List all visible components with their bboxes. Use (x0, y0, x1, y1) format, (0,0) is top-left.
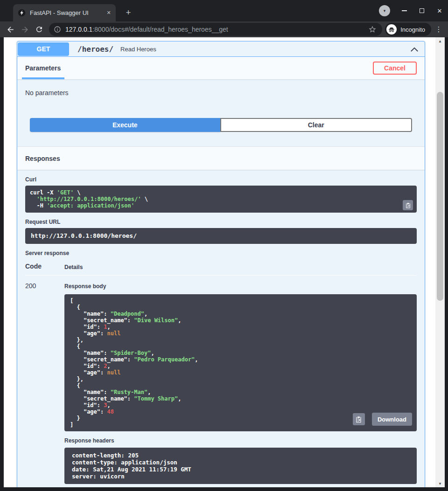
opblock-summary[interactable]: GET /heroes/ Read Heroes (17, 41, 425, 57)
forward-button[interactable] (18, 23, 31, 36)
reload-icon (35, 25, 43, 34)
browser-toolbar: 127.0.0.1:8000/docs#/default/read_heroes… (0, 21, 448, 37)
url-bar[interactable]: 127.0.0.1:8000/docs#/default/read_heroes… (49, 23, 382, 36)
url-text[interactable]: 127.0.0.1:8000/docs#/default/read_heroes… (65, 26, 367, 33)
request-url-text: http://127.0.0.1:8000/heroes/ (31, 232, 137, 239)
scroll-thumb[interactable] (437, 92, 443, 301)
tab-title: FastAPI - Swagger UI (30, 9, 105, 16)
browser-tab[interactable]: FastAPI - Swagger UI ✕ (13, 4, 116, 21)
collapse-button[interactable] (409, 43, 420, 55)
response-table-row: 200 Response body [ { "name": "Deadpond"… (25, 276, 417, 484)
reload-button[interactable] (33, 23, 46, 36)
response-table-header: Code Details (25, 263, 417, 276)
no-parameters-text: No parameters (25, 89, 417, 97)
response-body-code: [ { "name": "Deadpond", "secret_name": "… (64, 294, 417, 431)
chevron-up-icon (410, 46, 419, 52)
cancel-button[interactable]: Cancel (373, 62, 417, 75)
scroll-up-arrow[interactable]: ▲ (435, 37, 445, 45)
responses-title: Responses (25, 155, 60, 162)
window-close-button[interactable]: ✕ (436, 7, 443, 14)
incognito-label: Incognito (400, 26, 425, 33)
method-badge: GET (18, 42, 69, 56)
clear-button[interactable]: Clear (220, 118, 413, 132)
scroll-down-arrow[interactable]: ▼ (435, 480, 445, 487)
responses-header: Responses (17, 146, 425, 170)
execute-button[interactable]: Execute (30, 118, 220, 132)
fastapi-logo-icon (18, 9, 26, 17)
incognito-badge: Incognito (385, 23, 431, 36)
copy-response-button[interactable] (353, 413, 365, 425)
endpoint-path: /heroes/ (77, 45, 113, 54)
page-content: GET /heroes/ Read Heroes Parameters Canc… (4, 37, 435, 487)
bookmark-button[interactable] (367, 24, 378, 35)
browser-menu-button[interactable]: ⋮ (433, 23, 444, 36)
server-response-label: Server response (25, 250, 417, 256)
code-column-header: Code (25, 263, 64, 270)
response-headers-code: content-length: 205content-type: applica… (64, 448, 417, 484)
parameters-body: No parameters Execute Clear (17, 79, 425, 146)
active-tab-underline (22, 77, 64, 79)
response-body-wrap: [ { "name": "Deadpond", "secret_name": "… (64, 294, 417, 431)
response-headers-label: Response headers (64, 437, 417, 444)
media-controls-button[interactable]: ▾ (379, 5, 390, 16)
status-code: 200 (25, 282, 64, 484)
back-button[interactable] (4, 23, 17, 36)
response-details-cell: Response body [ { "name": "Deadpond", "s… (64, 282, 417, 484)
curl-label: Curl (25, 176, 417, 183)
star-icon (368, 25, 377, 34)
page-scrollbar[interactable]: ▲ ▼ (435, 37, 445, 487)
clipboard-copy-icon (355, 416, 362, 423)
incognito-icon (388, 26, 395, 33)
maximize-button[interactable] (418, 7, 426, 14)
new-tab-button[interactable]: + (122, 7, 134, 19)
copy-curl-button[interactable] (403, 200, 413, 210)
endpoint-summary: Read Heroes (120, 46, 409, 53)
tab-close-icon[interactable]: ✕ (105, 9, 113, 17)
incognito-avatar (386, 24, 397, 35)
url-host: 127.0.0.1 (65, 26, 92, 33)
site-info-icon[interactable] (54, 26, 61, 33)
clipboard-copy-icon (405, 202, 411, 208)
back-arrow-icon (6, 25, 15, 34)
parameters-header: Parameters Cancel (17, 57, 425, 79)
curl-code: curl -X 'GET' \ 'http://127.0.0.1:8000/h… (25, 186, 417, 213)
responses-inner: Curl curl -X 'GET' \ 'http://127.0.0.1:8… (17, 170, 425, 484)
url-path: :8000/docs#/default/read_heroes_heroes__… (92, 26, 228, 33)
response-body-controls: Download (353, 413, 412, 426)
browser-titlebar: FastAPI - Swagger UI ✕ + ▾ ✕ (0, 0, 448, 21)
parameters-tab[interactable]: Parameters (25, 64, 61, 72)
maximize-icon (420, 8, 424, 13)
details-column-header: Details (64, 263, 417, 270)
minimize-button[interactable] (400, 7, 408, 14)
response-body-label: Response body (64, 283, 417, 290)
forward-arrow-icon (21, 25, 29, 34)
request-url-value: http://127.0.0.1:8000/heroes/ (25, 228, 417, 244)
window-controls: ▾ ✕ (379, 4, 443, 18)
opblock-get-heroes: GET /heroes/ Read Heroes Parameters Canc… (17, 41, 425, 487)
request-url-label: Request URL (25, 219, 417, 225)
download-button[interactable]: Download (372, 413, 412, 426)
execute-row: Execute Clear (30, 118, 412, 132)
minimize-icon (402, 10, 407, 11)
